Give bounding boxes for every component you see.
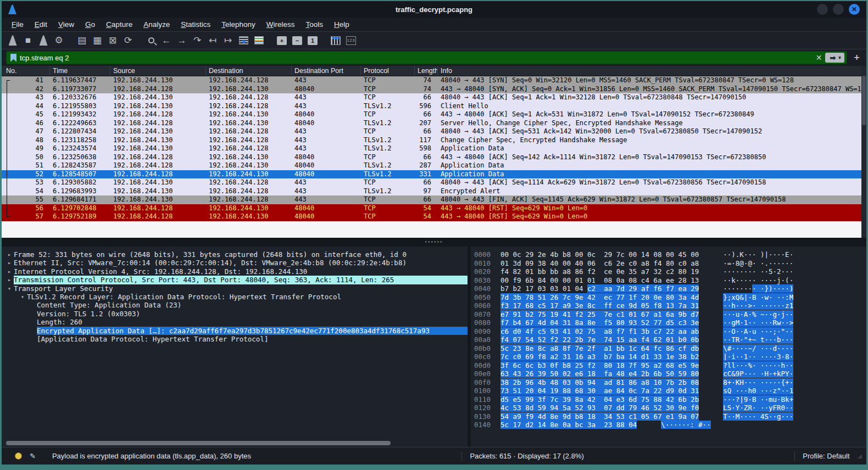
packet-row-49[interactable]: 496.123243574192.168.244.130192.168.244.… bbox=[2, 144, 866, 153]
menu-item-capture[interactable]: Capture bbox=[101, 19, 138, 30]
hex-row-00e0[interactable]: 00e063 43 26 39 50 02 e6 18 fa 48 e4 2b … bbox=[474, 370, 866, 378]
details-scrollbar[interactable] bbox=[2, 440, 468, 446]
detail-line-5[interactable]: ▾TLSv1.2 Record Layer: Application Data … bbox=[2, 293, 468, 301]
detail-line-2[interactable]: ▸Internet Protocol Version 4, Src: 192.1… bbox=[2, 267, 468, 276]
hex-row-0140[interactable]: 01405c 17 d2 14 8e 0a bc 3a 23 88 04\···… bbox=[474, 421, 866, 429]
menu-item-edit[interactable]: Edit bbox=[29, 19, 53, 30]
packet-list-scrollbar[interactable] bbox=[861, 66, 866, 238]
expand-arrow-icon[interactable]: ▸ bbox=[5, 250, 14, 259]
menu-item-telephony[interactable]: Telephony bbox=[216, 19, 261, 30]
hex-row-0130[interactable]: 013054 a9 f9 4d 8e 9d b8 18 34 53 c1 05 … bbox=[474, 412, 866, 421]
menu-item-view[interactable]: View bbox=[53, 19, 80, 30]
resize-grip[interactable]: ◢ bbox=[858, 452, 862, 460]
maximize-button[interactable] bbox=[833, 4, 844, 15]
expand-arrow-icon[interactable]: ▸ bbox=[5, 259, 14, 267]
column-header-protocol[interactable]: Protocol bbox=[361, 66, 415, 76]
detail-line-6[interactable]: Content Type: Application Data (23) bbox=[2, 301, 468, 309]
hex-row-0020[interactable]: 0020f4 82 01 bb bb a8 86 f2 ce 0e 35 a7 … bbox=[474, 267, 866, 276]
menu-item-tools[interactable]: Tools bbox=[301, 19, 329, 30]
filter-dropdown-caret-icon[interactable]: ▾ bbox=[838, 55, 841, 60]
menu-item-go[interactable]: Go bbox=[80, 19, 101, 30]
filter-bookmark-icon[interactable] bbox=[10, 54, 16, 62]
packet-row-54[interactable]: 546.129683993192.168.244.130192.168.244.… bbox=[2, 187, 866, 196]
restart-capture-button[interactable] bbox=[36, 33, 51, 48]
hex-row-0100[interactable]: 010073 51 20 04 19 88 68 30 ae 84 0c 7a … bbox=[474, 387, 866, 395]
expand-arrow-icon[interactable]: ▸ bbox=[5, 276, 14, 284]
packet-row-41[interactable]: 416.119637447192.168.244.130192.168.244.… bbox=[2, 76, 866, 85]
column-header-info[interactable]: Info bbox=[438, 66, 866, 76]
menu-item-statistics[interactable]: Statistics bbox=[175, 19, 216, 30]
hex-row-0010[interactable]: 001001 3d 09 38 40 00 40 06 c6 2e c0 a8 … bbox=[474, 259, 866, 268]
detail-line-10[interactable]: [Application Data Protocol: Hypertext Tr… bbox=[2, 335, 468, 343]
layout-columns-button[interactable]: 123 bbox=[343, 33, 359, 48]
filter-add-button[interactable]: + bbox=[847, 52, 862, 64]
column-header-source[interactable]: Source bbox=[110, 66, 206, 76]
packet-row-57[interactable]: 576.129752189192.168.244.128192.168.244.… bbox=[2, 212, 866, 221]
menu-item-analyze[interactable]: Analyze bbox=[138, 19, 175, 30]
packet-row-56[interactable]: 566.129702848192.168.244.128192.168.244.… bbox=[2, 204, 866, 213]
hex-row-0040[interactable]: 0040b7 b2 17 03 03 01 04 c2 aa 7d 29 af … bbox=[474, 284, 866, 293]
go-forward-button[interactable]: → bbox=[174, 33, 190, 48]
display-filter-input[interactable]: tcp.stream eq 2 ✕ ➡▾ bbox=[6, 51, 847, 64]
hex-row-0120[interactable]: 01204c 53 8d 59 94 5a 52 93 07 dd 79 46 … bbox=[474, 404, 866, 412]
reload-file-button[interactable]: ⟳ bbox=[120, 33, 136, 48]
hex-row-00d0[interactable]: 00d03f 6c 6c b3 0f b8 25 f2 80 18 7f 95 … bbox=[474, 361, 866, 370]
detail-line-9[interactable]: Encrypted Application Data […]: c2aa7d29… bbox=[2, 327, 468, 335]
hex-row-00b0[interactable]: 00b05c 23 8e 8c a8 8f 7e 2f a1 bb 1c 64 … bbox=[474, 344, 866, 353]
packet-row-43[interactable]: 436.120332676192.168.244.130192.168.244.… bbox=[2, 93, 866, 102]
packet-row-44[interactable]: 446.121955803192.168.244.130192.168.244.… bbox=[2, 102, 866, 111]
menu-item-file[interactable]: File bbox=[6, 19, 29, 30]
hex-row-0070[interactable]: 0070e7 91 b2 75 19 41 f2 25 7e c1 01 67 … bbox=[474, 310, 866, 319]
collapse-arrow-icon[interactable]: ▾ bbox=[5, 284, 14, 293]
hex-row-0060[interactable]: 0060f3 17 68 c5 17 a9 3e 8c ff ce 9d 05 … bbox=[474, 301, 866, 310]
hex-row-0050[interactable]: 00507d 3b 78 51 26 7c 9e 42 ec 77 1f 20 … bbox=[474, 293, 866, 302]
start-capture-button[interactable] bbox=[5, 33, 20, 48]
go-back-button[interactable]: ← bbox=[159, 33, 174, 48]
open-file-button[interactable]: ▤ bbox=[74, 33, 90, 48]
collapse-arrow-icon[interactable]: ▾ bbox=[18, 293, 27, 301]
hex-row-00a0[interactable]: 00a0f4 07 54 52 f2 22 2b 7e 74 15 aa f4 … bbox=[474, 335, 866, 344]
previous-packet-button[interactable]: ↤ bbox=[205, 33, 220, 48]
hex-row-00f0[interactable]: 00f038 2b 96 4b 48 03 0b 94 ad 81 86 a8 … bbox=[474, 378, 866, 387]
expand-arrow-icon[interactable]: ▸ bbox=[5, 267, 14, 276]
filter-clear-icon[interactable]: ✕ bbox=[813, 53, 826, 62]
detail-line-8[interactable]: Length: 260 bbox=[2, 318, 468, 326]
detail-line-7[interactable]: Version: TLS 1.2 (0x0303) bbox=[2, 310, 468, 318]
menu-item-help[interactable]: Help bbox=[329, 19, 355, 30]
colorize-button[interactable] bbox=[251, 33, 266, 48]
column-header-length[interactable]: Length bbox=[415, 66, 438, 76]
zoom-in-button[interactable]: + bbox=[274, 33, 290, 48]
filter-apply-button[interactable]: ➡▾ bbox=[825, 53, 844, 63]
detail-line-0[interactable]: ▸Frame 52: 331 bytes on wire (2648 bits)… bbox=[2, 250, 468, 259]
capture-options-button[interactable]: ⚙ bbox=[51, 33, 66, 48]
pane-splitter[interactable]: •••••• bbox=[2, 238, 866, 247]
column-header-destination[interactable]: Destination bbox=[206, 66, 292, 76]
hex-row-00c0[interactable]: 00c07c c0 69 f8 a2 31 16 a3 b7 ba 14 d1 … bbox=[474, 352, 866, 361]
detail-line-4[interactable]: ▾Transport Layer Security bbox=[2, 284, 468, 293]
hex-row-0030[interactable]: 003000 f9 6b 84 00 00 01 01 08 0a 08 c4 … bbox=[474, 276, 866, 285]
auto-scroll-button[interactable] bbox=[236, 33, 251, 48]
hex-row-0080[interactable]: 0080f7 b4 67 4d 04 31 8a 8e f5 80 93 52 … bbox=[474, 318, 866, 327]
go-to-packet-button[interactable]: ↷ bbox=[190, 33, 205, 48]
find-packet-button[interactable] bbox=[143, 33, 159, 48]
minimize-button[interactable] bbox=[817, 4, 828, 15]
close-file-button[interactable]: ⊠ bbox=[105, 33, 120, 48]
packet-row-45[interactable]: 456.121993432192.168.244.128192.168.244.… bbox=[2, 110, 866, 119]
detail-line-1[interactable]: ▸Ethernet II, Src: VMware_7c:00:14 (00:0… bbox=[2, 259, 468, 267]
packet-row-50[interactable]: 506.123250638192.168.244.128192.168.244.… bbox=[2, 153, 866, 162]
status-profile[interactable]: Profile: Default bbox=[803, 452, 849, 460]
packet-row-53[interactable]: 536.129305882192.168.244.130192.168.244.… bbox=[2, 178, 866, 187]
hex-row-0110[interactable]: 0110d5 e5 99 3f 7c 39 8a 42 04 e3 6d 75 … bbox=[474, 395, 866, 404]
expert-info-icon[interactable] bbox=[15, 452, 22, 460]
menu-item-wireless[interactable]: Wireless bbox=[261, 19, 301, 30]
resize-columns-button[interactable] bbox=[328, 33, 343, 48]
hex-row-0000[interactable]: 000000 0c 29 2e 4b b8 00 0c 29 7c 00 14 … bbox=[474, 250, 866, 259]
packet-row-47[interactable]: 476.122807434192.168.244.130192.168.244.… bbox=[2, 127, 866, 136]
next-packet-button[interactable]: ↦ bbox=[220, 33, 236, 48]
packet-row-48[interactable]: 486.123118258192.168.244.130192.168.244.… bbox=[2, 136, 866, 145]
hex-row-0090[interactable]: 0090c6 d0 4f c5 93 41 02 75 a8 f7 f1 3b … bbox=[474, 327, 866, 336]
packet-row-42[interactable]: 426.119733077192.168.244.128192.168.244.… bbox=[2, 85, 866, 94]
save-file-button[interactable]: ▦ bbox=[90, 33, 105, 48]
column-header-no-[interactable]: No. bbox=[2, 66, 50, 76]
filter-value[interactable]: tcp.stream eq 2 bbox=[20, 54, 813, 62]
